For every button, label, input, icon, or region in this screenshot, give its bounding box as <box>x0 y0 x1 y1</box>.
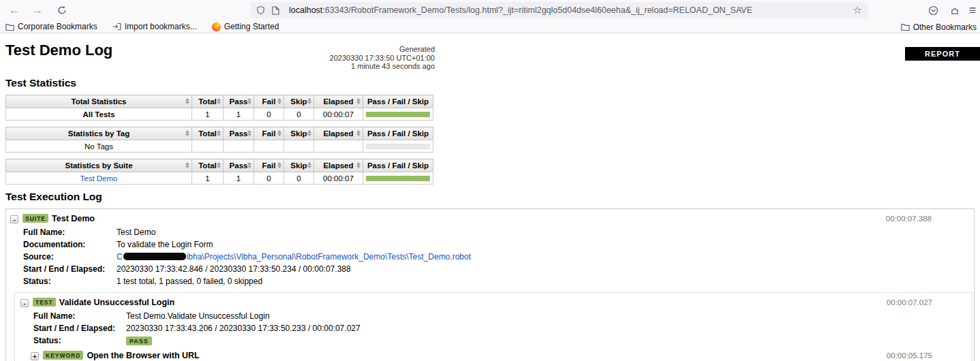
table-row: No Tags <box>6 140 433 153</box>
suite-name[interactable]: Test Demo <box>52 214 95 223</box>
status-badge: PASS <box>126 336 152 345</box>
col-total: Total <box>192 127 224 140</box>
url-bar[interactable]: localhost:63343/RobotFramework_Demo/Test… <box>251 2 868 18</box>
bookmark-label: Corporate Bookmarks <box>18 22 97 31</box>
stat-skip <box>284 140 314 153</box>
bookmark-getting-started[interactable]: Getting Started <box>212 22 279 31</box>
stat-pass: 1 <box>224 172 254 185</box>
sort-icon[interactable] <box>247 162 251 168</box>
bookmark-corporate[interactable]: Corporate Bookmarks <box>5 22 97 31</box>
report-button[interactable]: REPORT <box>905 47 980 61</box>
source-prefix: C <box>117 252 123 262</box>
url-path: :63343/RobotFramework_Demo/Tests/log.htm… <box>322 5 752 15</box>
col-graph: Pass / Fail / Skip <box>363 127 433 140</box>
sort-icon[interactable] <box>185 162 189 168</box>
redaction-block <box>123 253 186 260</box>
meta-value: To validate the Login Form <box>117 238 471 251</box>
test-element: -TESTValidate Unsuccessful Login 00:00:0… <box>14 292 973 361</box>
source-link[interactable]: Cibha\Projects\Vibha_Personal\RobotFrame… <box>117 252 471 262</box>
keyword-name[interactable]: Open the Browser with URL <box>87 351 199 360</box>
hamburger-menu-icon[interactable]: ≡ <box>964 0 980 20</box>
tag-statistics-table: Statistics by Tag Total Pass Fail Skip E… <box>5 127 433 153</box>
firefox-icon <box>212 22 221 31</box>
test-name[interactable]: Validate Unsuccessful Login <box>59 298 175 307</box>
import-icon <box>112 22 121 31</box>
page-icon <box>272 6 279 15</box>
shield-icon[interactable] <box>256 5 265 15</box>
sort-icon[interactable] <box>356 130 361 136</box>
keyword-elapsed: 00:00:05.175 <box>887 351 932 360</box>
stat-pass: 1 <box>224 108 254 121</box>
sort-icon[interactable] <box>185 130 189 136</box>
suite-metadata: Full Name:Test Demo Documentation:To val… <box>23 226 471 287</box>
stat-name: No Tags <box>6 140 192 153</box>
meta-value: 20230330 17:33:42.846 / 20230330 17:33:5… <box>117 263 471 275</box>
generated-info: Generated 20230330 17:33:50 UTC+01:00 1 … <box>0 45 435 71</box>
back-icon[interactable]: ← <box>5 0 23 20</box>
col-elapsed: Elapsed <box>314 95 363 108</box>
other-bookmarks[interactable]: Other Bookmarks <box>901 20 977 33</box>
col-elapsed: Elapsed <box>314 159 363 172</box>
meta-label: Source: <box>23 251 117 263</box>
meta-value: Cibha\Projects\Vibha_Personal\RobotFrame… <box>117 251 471 263</box>
stat-name[interactable]: Test Demo <box>6 172 192 185</box>
bookmark-star-icon[interactable]: ☆ <box>853 4 862 16</box>
meta-label: Start / End / Elapsed: <box>33 322 126 334</box>
sort-icon[interactable] <box>247 130 251 136</box>
collapse-icon[interactable]: - <box>20 299 29 307</box>
sort-icon[interactable] <box>307 98 311 104</box>
execution-log-container: -SUITETest Demo 00:00:07.388 Full Name:T… <box>5 208 975 361</box>
reload-icon[interactable] <box>53 0 71 20</box>
meta-label: Status: <box>23 275 117 287</box>
folder-icon <box>901 23 910 31</box>
expand-icon[interactable]: + <box>31 352 39 360</box>
col-total: Total <box>192 95 224 108</box>
pass-fail-bar[interactable] <box>363 108 433 121</box>
col-fail: Fail <box>254 95 284 108</box>
sort-icon[interactable] <box>217 162 221 168</box>
stat-pass <box>224 140 254 153</box>
meta-label: Full Name: <box>23 226 117 238</box>
sort-icon[interactable] <box>356 98 361 104</box>
sort-icon[interactable] <box>356 162 361 168</box>
stat-fail: 0 <box>254 172 284 185</box>
suite-stat-link[interactable]: Test Demo <box>80 174 118 183</box>
meta-value: Test Demo <box>117 226 471 238</box>
sort-icon[interactable] <box>307 130 311 136</box>
sort-icon[interactable] <box>307 162 311 168</box>
bookmark-label: Import bookmarks... <box>125 22 197 31</box>
col-total: Total <box>192 159 224 172</box>
browser-navbar: ← → localhost:63343/RobotFramework_Demo/… <box>0 0 980 20</box>
sort-icon[interactable] <box>277 130 281 136</box>
keyword-row: +KEYWORDOpen the Browser with URL 00:00:… <box>31 348 972 361</box>
bookmark-import[interactable]: Import bookmarks... <box>112 22 197 31</box>
sort-icon[interactable] <box>247 98 251 104</box>
suite-badge: SUITE <box>22 214 48 223</box>
sort-icon[interactable] <box>217 98 221 104</box>
col-pass: Pass <box>224 159 254 172</box>
sort-icon[interactable] <box>277 162 281 168</box>
stat-elapsed: 00:00:07 <box>314 108 363 121</box>
source-path: ibha\Projects\Vibha_Personal\RobotFramew… <box>187 252 471 262</box>
sort-icon[interactable] <box>185 98 189 104</box>
stat-fail: 0 <box>254 108 284 121</box>
sort-icon[interactable] <box>277 98 281 104</box>
pass-fail-bar <box>363 140 433 153</box>
bookmark-label: Getting Started <box>224 22 279 31</box>
col-graph: Pass / Fail / Skip <box>363 95 433 108</box>
collapse-icon[interactable]: - <box>10 215 18 223</box>
table-row: All Tests 1 1 0 0 00:00:07 <box>6 108 433 121</box>
pass-fail-bar[interactable] <box>363 172 433 185</box>
pocket-icon[interactable] <box>924 0 942 20</box>
suite-header: -SUITETest Demo 00:00:07.388 <box>6 211 974 225</box>
extensions-puzzle-icon[interactable] <box>946 0 964 20</box>
stat-total: 1 <box>192 108 224 121</box>
folder-icon <box>5 23 14 31</box>
generated-label: Generated <box>0 45 435 54</box>
stat-elapsed <box>314 140 363 153</box>
total-statistics-table: Total Statistics Total Pass Fail Skip El… <box>5 95 433 121</box>
sort-icon[interactable] <box>217 130 221 136</box>
forward-icon[interactable]: → <box>29 0 46 20</box>
meta-label: Full Name: <box>33 310 126 322</box>
test-badge: TEST <box>33 298 56 307</box>
